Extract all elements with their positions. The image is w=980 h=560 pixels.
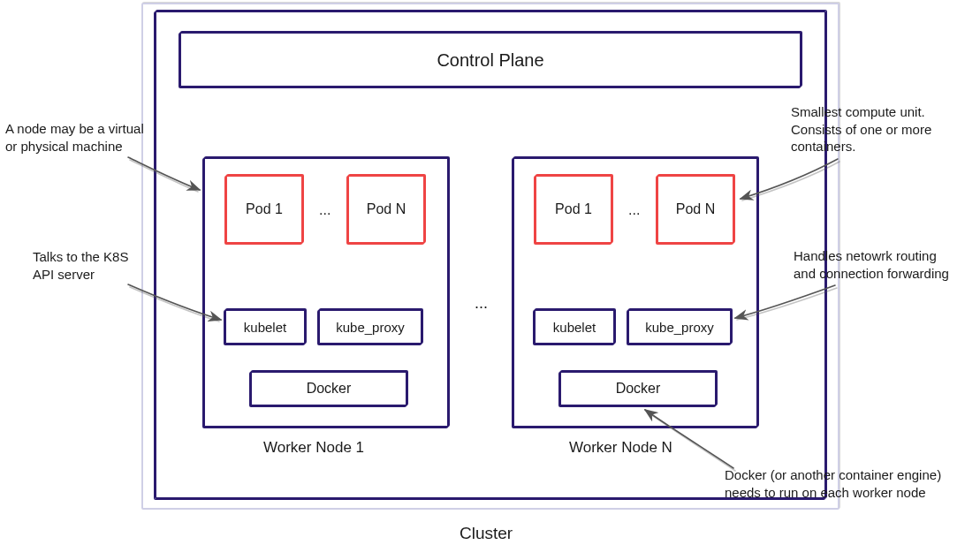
cluster-title: Cluster	[460, 523, 513, 545]
worker-node-n-title: Worker Node N	[569, 438, 672, 458]
annotation-node: A node may be a virtual or physical mach…	[5, 120, 144, 155]
wn1-docker: Docker	[250, 371, 407, 406]
wn1-kubelet-label: kubelet	[244, 320, 286, 335]
wnn-docker: Docker	[559, 371, 717, 406]
workers-ellipsis: ...	[475, 293, 488, 314]
wnn-kubelet-label: kubelet	[553, 320, 596, 335]
wnn-docker-label: Docker	[616, 381, 661, 397]
wnn-pods-ellipsis: ...	[628, 201, 640, 220]
wnn-pod-1-label: Pod 1	[555, 201, 592, 217]
wn1-pod-1-label: Pod 1	[246, 201, 283, 217]
wnn-pod-n: Pod N	[657, 175, 734, 244]
annotation-kubeproxy: Handles netowrk routing and connection f…	[794, 247, 949, 282]
annotation-docker: Docker (or another container engine) nee…	[725, 466, 941, 501]
wn1-kubelet: kubelet	[224, 309, 306, 344]
wn1-pod-n: Pod N	[347, 175, 425, 244]
control-plane-box: Control Plane	[179, 32, 801, 87]
diagram-canvas: Cluster Control Plane Worker Node 1 Pod …	[0, 0, 980, 560]
wn1-kubeproxy: kube_proxy	[318, 309, 422, 344]
wnn-pod-1: Pod 1	[535, 175, 612, 244]
wnn-kubeproxy: kube_proxy	[627, 309, 732, 344]
wn1-pod-1: Pod 1	[225, 175, 303, 244]
wn1-pod-n-label: Pod N	[367, 201, 406, 217]
control-plane-label: Control Plane	[437, 49, 543, 72]
wnn-pod-n-label: Pod N	[676, 201, 715, 217]
wnn-kubeproxy-label: kube_proxy	[645, 320, 714, 335]
annotation-kubelet: Talks to the K8S API server	[33, 248, 128, 283]
worker-node-1-title: Worker Node 1	[263, 438, 364, 458]
wn1-docker-label: Docker	[307, 381, 352, 397]
wnn-kubelet: kubelet	[534, 309, 615, 344]
wn1-kubeproxy-label: kube_proxy	[336, 320, 405, 335]
annotation-pod: Smallest compute unit. Consists of one o…	[791, 103, 931, 155]
wn1-pods-ellipsis: ...	[319, 201, 330, 220]
